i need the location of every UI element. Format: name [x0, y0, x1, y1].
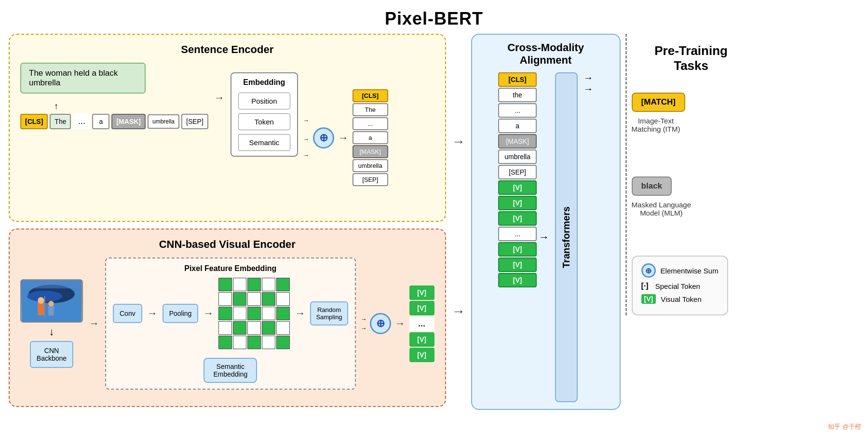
- sentence-box: The woman held a black umbrella: [20, 63, 146, 94]
- arrow-to-cm-bottom: →: [452, 304, 465, 319]
- out-umbrella: umbrella: [353, 159, 388, 172]
- v-cell-3: [V]: [409, 332, 434, 347]
- transformers-label: Transformers: [561, 206, 572, 268]
- v-token-col: [V] [V] ... [V] [V]: [409, 285, 434, 362]
- svg-rect-8: [22, 280, 81, 288]
- cm-v6: [V]: [498, 273, 537, 287]
- svg-point-7: [48, 301, 54, 306]
- grid-cell: [276, 307, 290, 320]
- output-token-col: [CLS] The ... a [MASK] umbrella [SEP]: [353, 89, 388, 186]
- grid-cell: [247, 321, 261, 335]
- legend-box: ⊕ Elementwise Sum [·] Special Token [V] …: [632, 256, 728, 315]
- out-cls: [CLS]: [353, 89, 388, 102]
- grid-cell: [276, 292, 290, 306]
- cm-umbrella: umbrella: [498, 149, 537, 164]
- grid-cell: [233, 278, 246, 291]
- cm-the: the: [498, 88, 537, 102]
- out-sep: [SEP]: [353, 173, 388, 186]
- task-match-group: [MATCH] Image-TextMatching (ITM): [632, 93, 685, 133]
- arrow-out-top: →: [583, 72, 593, 83]
- token-mask: [MASK]: [111, 114, 146, 129]
- emb-position: Position: [238, 93, 290, 109]
- emb-semantic: Semantic: [238, 134, 290, 151]
- semantic-embedding-label: SemanticEmbedding: [213, 363, 247, 378]
- token-the: The: [50, 114, 71, 129]
- pretrain-panel: Pre-TrainingTasks [MATCH] Image-TextMatc…: [625, 34, 751, 315]
- mlm-task-box: black: [632, 176, 672, 196]
- cnn-backbone-box: CNNBackbone: [30, 341, 73, 368]
- cross-modality-title: Cross-ModalityAlignment: [507, 41, 584, 67]
- arrow-up: ↑: [54, 101, 58, 111]
- grid-cell: [262, 307, 275, 320]
- token-row: [CLS] The ... a [MASK] umbrella [SEP]: [20, 113, 208, 129]
- se-inner: The woman held a black umbrella ↑ [CLS] …: [20, 63, 434, 186]
- pixel-title: Pixel Feature Embedding: [184, 264, 276, 273]
- watermark: 知乎 @于橙: [828, 422, 861, 431]
- arrow-to-vtokens: →: [395, 317, 406, 330]
- semantic-embedding-box: SemanticEmbedding: [203, 358, 257, 383]
- legend-sum-label: Elementwise Sum: [661, 267, 719, 275]
- grid-cell: [247, 292, 261, 306]
- cm-token-col: [CLS] the ... a [MASK] umbrella [SEP] [V…: [498, 72, 537, 402]
- circle-plus-text: ⊕: [313, 127, 334, 149]
- grid-cell: [276, 336, 290, 349]
- cm-v5: [V]: [498, 258, 537, 272]
- v-cell-4: [V]: [409, 348, 434, 362]
- token-cls: [CLS]: [20, 114, 48, 129]
- cm-mask: [MASK]: [498, 134, 537, 149]
- grid-cell: [276, 321, 290, 335]
- main-content: Sentence Encoder The woman held a black …: [0, 34, 868, 420]
- emb-token: Token: [238, 113, 290, 130]
- out-the: The: [353, 103, 388, 116]
- cm-dots2: ...: [498, 227, 537, 241]
- legend-special-row: [·] Special Token: [641, 282, 719, 290]
- arrow-to-output: →: [338, 132, 349, 144]
- sentence-text: The woman held a black umbrella: [29, 68, 118, 87]
- grid-cell: [262, 292, 275, 306]
- pixel-grid: [218, 278, 290, 349]
- cm-v4: [V]: [498, 242, 537, 257]
- pixel-feature-block: Pixel Feature Embedding Conv → Pooling →…: [105, 258, 356, 390]
- ve-output-row: → → ⊕ → [V] [V] ... [V] [V]: [361, 285, 434, 362]
- cm-v2: [V]: [498, 196, 537, 210]
- input-image: [20, 279, 83, 323]
- match-task-box: [MATCH]: [632, 93, 685, 112]
- grid-cell: [218, 336, 232, 349]
- legend-sum-row: ⊕ Elementwise Sum: [641, 263, 719, 278]
- pretrain-title: Pre-TrainingTasks: [632, 43, 751, 73]
- legend-bracket-icon: [·]: [641, 282, 649, 290]
- grid-cell: [218, 321, 232, 335]
- v-cell-dots: ...: [409, 316, 434, 331]
- center-arrows: → →: [451, 34, 466, 420]
- token-dots: ...: [73, 113, 90, 129]
- visual-encoder-box: CNN-based Visual Encoder: [9, 229, 446, 407]
- arrow-grid: →: [295, 307, 305, 320]
- legend-visual-label: Visual Token: [661, 295, 702, 303]
- svg-point-5: [38, 297, 44, 303]
- out-mask: [MASK]: [353, 145, 388, 158]
- grid-cell: [233, 292, 246, 306]
- legend-visual-row: [V] Visual Token: [641, 294, 719, 304]
- arrow-img-to-cnn: ↓: [49, 326, 54, 338]
- cm-inner: [CLS] the ... a [MASK] umbrella [SEP] [V…: [498, 72, 593, 402]
- arrow-out-bottom: →: [583, 83, 593, 95]
- arrow-conv: →: [147, 307, 158, 320]
- match-desc: Image-TextMatching (ITM): [632, 117, 680, 133]
- se-left: The woman held a black umbrella ↑ [CLS] …: [20, 63, 208, 132]
- cross-modality-box: Cross-ModalityAlignment [CLS] the ... a …: [471, 34, 621, 410]
- embedding-title: Embedding: [238, 78, 290, 87]
- arrow-to-embedding: →: [214, 92, 225, 104]
- arrow-pooling: →: [203, 307, 214, 320]
- embedding-block: Embedding Position Token Semantic: [231, 72, 298, 157]
- pooling-box: Pooling: [163, 304, 199, 323]
- grid-cell: [233, 307, 246, 320]
- v-cell-1: [V]: [409, 285, 434, 300]
- grid-cell: [262, 321, 275, 335]
- legend-special-label: Special Token: [655, 282, 700, 290]
- token-umbrella: umbrella: [148, 114, 179, 129]
- cnn-backbone-label: CNNBackbone: [37, 347, 67, 362]
- page-title: Pixel-BERT: [0, 0, 868, 34]
- grid-cell: [262, 278, 275, 291]
- visual-encoder-title: CNN-based Visual Encoder: [20, 238, 434, 251]
- cm-v1: [V]: [498, 180, 537, 195]
